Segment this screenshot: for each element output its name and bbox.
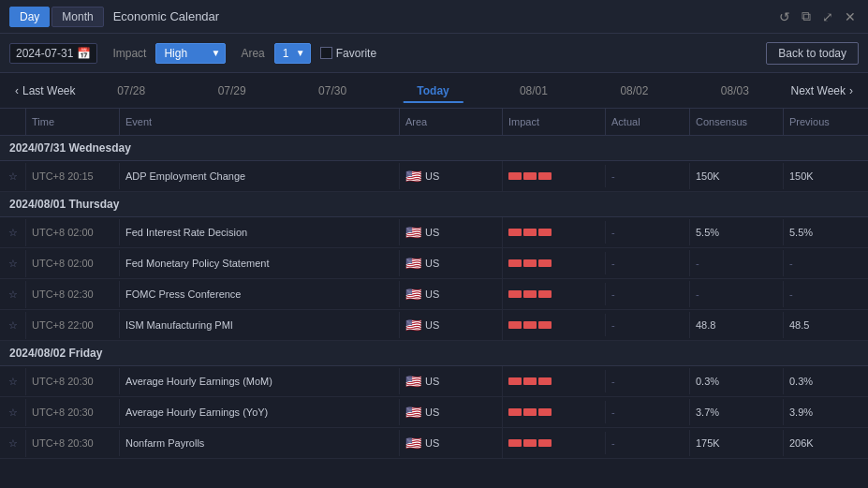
star-icon[interactable]: ☆ (0, 312, 26, 339)
cell-consensus: - (690, 250, 784, 276)
cell-previous: - (784, 250, 868, 276)
impact-bar (508, 439, 522, 447)
cell-time: UTC+8 02:30 (26, 281, 120, 307)
table-row[interactable]: ☆UTC+8 20:30Average Hourly Earnings (YoY… (0, 397, 868, 428)
cell-actual: - (606, 399, 690, 425)
area-select[interactable]: 1 2 3 (274, 43, 311, 64)
star-icon[interactable]: ☆ (0, 281, 26, 308)
table-row[interactable]: ☆UTC+8 02:00Fed Monetary Policy Statemen… (0, 248, 868, 279)
table-row[interactable]: ☆UTC+8 20:30Average Hourly Earnings (MoM… (0, 366, 868, 397)
cell-consensus: - (690, 281, 784, 307)
cell-actual: - (606, 430, 690, 456)
cell-time: UTC+8 22:00 (26, 312, 120, 338)
area-text: US (425, 376, 439, 387)
table-row[interactable]: ☆UTC+8 02:00Fed Interest Rate Decision🇺🇸… (0, 217, 868, 248)
fullscreen-button[interactable]: ⤢ (819, 8, 836, 24)
maximize2-button[interactable]: ⧉ (799, 8, 814, 24)
impact-bar (523, 290, 537, 298)
cell-impact (503, 314, 606, 336)
impact-bar (508, 408, 522, 416)
view-tabs: Day Month (9, 7, 104, 27)
cell-impact (503, 283, 606, 305)
table-row[interactable]: ☆UTC+8 20:30Nonfarm Payrolls🇺🇸US-175K206… (0, 428, 868, 459)
cell-event: Fed Monetary Policy Statement (120, 250, 400, 276)
th-area: Area (400, 109, 503, 135)
nav-date-0728[interactable]: 07/28 (81, 79, 181, 103)
cell-previous: 3.9% (784, 399, 868, 425)
cell-event: Nonfarm Payrolls (120, 430, 400, 456)
area-text: US (425, 170, 439, 182)
cell-area: 🇺🇸US (400, 310, 503, 340)
th-consensus: Consensus (690, 109, 784, 135)
chevron-left-icon: ‹ (15, 84, 19, 97)
area-text: US (425, 437, 439, 449)
cell-impact (503, 165, 606, 187)
impact-bar (538, 229, 552, 236)
tab-day[interactable]: Day (9, 7, 50, 27)
close-button[interactable]: ✕ (842, 8, 859, 24)
cell-consensus: 150K (690, 163, 784, 189)
th-time: Time (26, 109, 120, 135)
cell-area: 🇺🇸US (400, 397, 503, 427)
impact-bar (508, 290, 522, 298)
window-controls: ↺ ⧉ ⤢ ✕ (776, 8, 859, 24)
date-picker[interactable]: 2024-07-31 📅 (9, 43, 97, 64)
cell-impact (503, 370, 606, 392)
prev-week-button[interactable]: ‹ Last Week (9, 81, 81, 101)
star-icon[interactable]: ☆ (0, 430, 26, 457)
cell-area: 🇺🇸US (400, 217, 503, 247)
nav-date-0729[interactable]: 07/29 (182, 79, 282, 103)
nav-date-0802[interactable]: 08/02 (584, 79, 684, 103)
impact-bar (508, 321, 522, 329)
table-row[interactable]: ☆UTC+8 22:00ISM Manufacturing PMI🇺🇸US-48… (0, 310, 868, 341)
cell-time: UTC+8 20:15 (26, 163, 120, 189)
star-icon[interactable]: ☆ (0, 368, 26, 395)
impact-bar (523, 229, 537, 236)
cell-event: ISM Manufacturing PMI (120, 312, 400, 338)
date-value: 2024-07-31 (16, 47, 73, 60)
next-week-button[interactable]: Next Week › (786, 81, 859, 101)
table-row[interactable]: ☆UTC+8 02:30FOMC Press Conference🇺🇸US--- (0, 279, 868, 310)
favorite-wrap: Favorite (320, 47, 376, 60)
cell-consensus: 0.3% (690, 368, 784, 394)
table-row[interactable]: ☆UTC+8 20:15ADP Employment Change🇺🇸US-15… (0, 161, 868, 192)
impact-bar (508, 377, 522, 385)
calendar-icon: 📅 (77, 47, 91, 60)
cell-area: 🇺🇸US (400, 279, 503, 309)
section-header-1: 2024/08/01 Thursday (0, 192, 868, 217)
star-icon[interactable]: ☆ (0, 250, 26, 277)
favorite-checkbox[interactable] (320, 47, 332, 59)
back-to-today-button[interactable]: Back to today (766, 42, 859, 65)
cell-time: UTC+8 20:30 (26, 399, 120, 425)
impact-bar (508, 259, 522, 267)
star-icon[interactable]: ☆ (0, 399, 26, 426)
section-header-0: 2024/07/31 Wednesday (0, 136, 868, 161)
nav-date-0803[interactable]: 08/03 (684, 79, 785, 103)
cell-actual: - (606, 312, 690, 338)
star-icon[interactable]: ☆ (0, 163, 26, 190)
table-header: Time Event Area Impact Actual Consensus … (0, 109, 868, 136)
impact-bar (538, 408, 552, 416)
impact-bar (523, 321, 537, 329)
nav-bar: ‹ Last Week 07/28 07/29 07/30 Today 08/0… (0, 73, 868, 109)
flag-icon: 🇺🇸 (405, 287, 421, 302)
impact-bar (523, 377, 537, 385)
nav-date-0730[interactable]: 07/30 (282, 79, 382, 103)
cell-event: Average Hourly Earnings (YoY) (120, 399, 400, 425)
impact-bar (538, 377, 552, 385)
star-icon[interactable]: ☆ (0, 219, 26, 246)
impact-bar (508, 229, 522, 236)
cell-actual: - (606, 163, 690, 189)
nav-dates: 07/28 07/29 07/30 Today 08/01 08/02 08/0… (81, 79, 785, 103)
flag-icon: 🇺🇸 (405, 405, 421, 420)
impact-select[interactable]: High Medium Low All (155, 43, 226, 64)
nav-date-today[interactable]: Today (383, 79, 483, 103)
cell-impact (503, 252, 606, 274)
nav-date-0801[interactable]: 08/01 (483, 79, 583, 103)
cell-area: 🇺🇸US (400, 366, 503, 396)
tab-month[interactable]: Month (51, 7, 103, 27)
impact-bar (523, 439, 537, 447)
refresh-button[interactable]: ↺ (776, 8, 793, 24)
cell-consensus: 175K (690, 430, 784, 456)
impact-bar (538, 259, 552, 267)
